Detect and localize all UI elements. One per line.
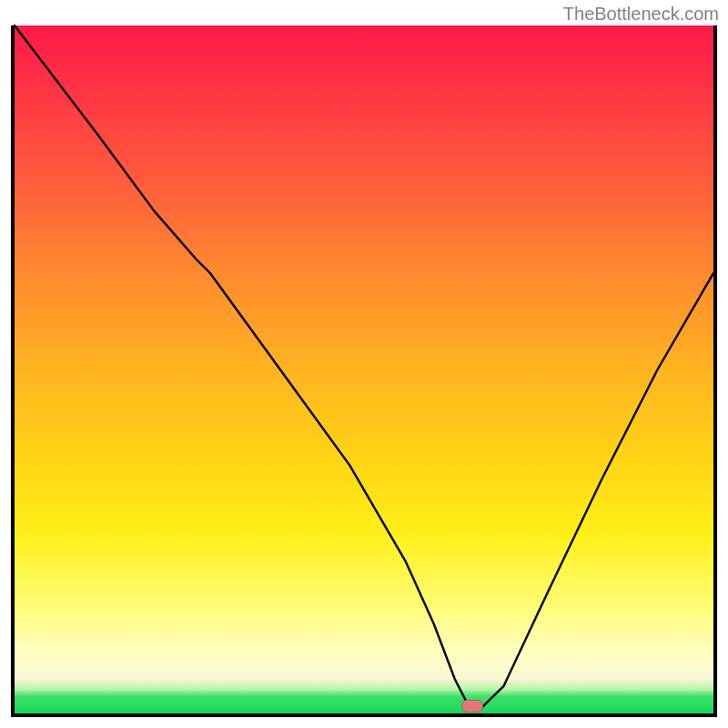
bottleneck-curve-path: [15, 25, 713, 706]
watermark-text: TheBottleneck.com: [563, 4, 719, 25]
optimum-marker: [461, 700, 483, 713]
chart-frame: [11, 25, 717, 717]
chart-curve-svg: [15, 25, 713, 713]
